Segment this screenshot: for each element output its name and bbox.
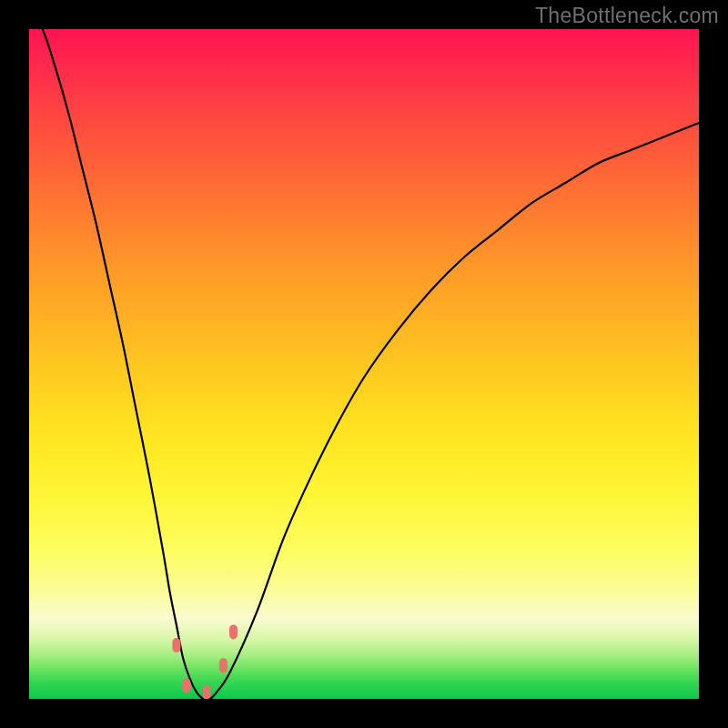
curve-marker xyxy=(203,685,211,699)
bottleneck-curve xyxy=(29,29,699,699)
curve-marker xyxy=(219,658,228,672)
curve-marker xyxy=(182,678,190,693)
curve-marker xyxy=(172,638,180,652)
curve-marker xyxy=(229,624,238,639)
chart-frame: TheBottleneck.com xyxy=(0,0,728,728)
plot-area xyxy=(29,29,699,699)
attribution-text: TheBottleneck.com xyxy=(535,4,719,28)
